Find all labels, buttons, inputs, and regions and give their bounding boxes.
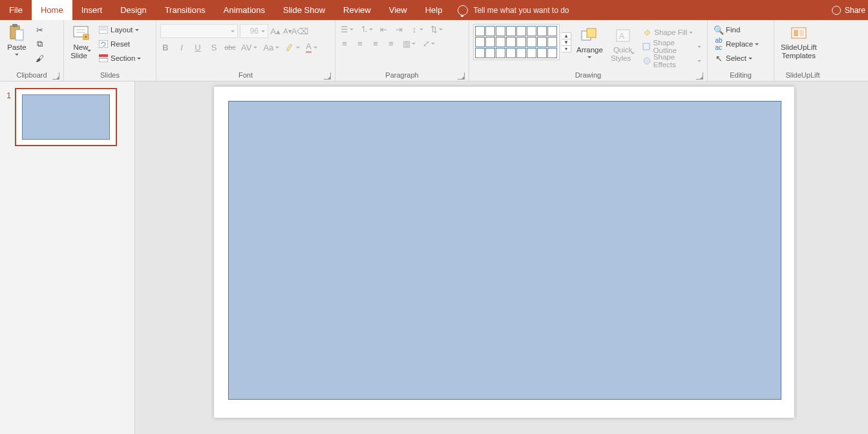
tell-me-search[interactable]: Tell me what you want to do [458, 0, 569, 20]
group-editing: 🔍 Find abac Replace ↖ Select Editing [708, 20, 774, 81]
increase-font-icon[interactable]: A▴ [270, 26, 281, 36]
group-font: 96 A▴ A▾ A⌫ B I U S abc AV Aa A [156, 20, 335, 81]
quick-styles-button[interactable]: A Quick Styles [608, 24, 637, 63]
clipboard-dialog-launcher[interactable] [52, 72, 59, 80]
slide-thumbnail-1[interactable] [15, 88, 117, 146]
tab-design[interactable]: Design [111, 0, 155, 20]
align-center-button[interactable]: ≡ [355, 38, 365, 49]
scroll-down-icon[interactable]: ▼ [562, 39, 571, 46]
svg-text:A: A [619, 32, 624, 41]
shape-fill-button[interactable]: Shape Fill [640, 25, 703, 39]
shape-effects-label: Shape Effects [653, 53, 695, 69]
highlight-button[interactable] [285, 42, 300, 52]
bold-button[interactable]: B [160, 42, 171, 52]
strike-button[interactable]: abc [225, 42, 235, 52]
font-name-combo[interactable] [160, 24, 238, 38]
slideuplift-button[interactable]: SlideUpLift Templates [778, 21, 820, 61]
underline-button[interactable]: U [193, 42, 203, 52]
text-direction-button[interactable]: ⇅ [429, 24, 439, 34]
decrease-indent-button[interactable]: ⇤ [378, 24, 388, 34]
select-button[interactable]: ↖ Select [712, 51, 761, 65]
shadow-button[interactable]: S [209, 42, 219, 52]
group-slides-label: Slides [100, 71, 120, 79]
tab-help[interactable]: Help [416, 0, 452, 20]
align-right-button[interactable]: ≡ [370, 38, 381, 49]
numbering-button[interactable]: ⒈ [359, 24, 369, 34]
cut-icon: ✂ [34, 25, 45, 35]
clear-format-icon[interactable]: A⌫ [295, 26, 305, 36]
tab-transitions[interactable]: Transitions [156, 0, 215, 20]
reset-icon [98, 39, 109, 49]
svg-point-20 [644, 58, 650, 64]
tab-home[interactable]: Home [32, 0, 72, 20]
replace-button[interactable]: abac Replace [712, 37, 761, 51]
svg-rect-13 [99, 54, 108, 57]
svg-rect-23 [799, 30, 804, 36]
justify-button[interactable]: ≡ [386, 38, 396, 49]
copy-button[interactable]: ⧉ [32, 37, 47, 51]
font-size-combo[interactable]: 96 [240, 24, 268, 38]
shapes-gallery[interactable] [473, 24, 560, 60]
caret-icon [697, 60, 701, 64]
quick-styles-icon: A [613, 25, 633, 46]
format-painter-button[interactable]: 🖌 [32, 51, 47, 65]
arrange-icon [579, 25, 600, 46]
svg-rect-19 [643, 43, 650, 50]
shape-effects-icon [642, 56, 651, 66]
increase-indent-button[interactable]: ⇥ [394, 24, 404, 34]
group-slides: New Slide Layout Reset Section [64, 20, 156, 81]
group-editing-label: Editing [730, 71, 752, 79]
cut-button[interactable]: ✂ [32, 23, 47, 37]
shape-fill-label: Shape Fill [654, 28, 687, 36]
tab-view[interactable]: View [380, 0, 416, 20]
caret-icon [431, 43, 435, 47]
group-slideuplift-label: SlideUpLift [785, 71, 820, 79]
align-text-button[interactable]: ⤢ [421, 38, 431, 49]
svg-rect-14 [99, 58, 108, 62]
section-button[interactable]: Section [96, 51, 143, 65]
char-spacing-button[interactable]: AV [241, 42, 257, 52]
columns-button[interactable]: ▥ [401, 38, 412, 49]
slide-background-shape[interactable] [228, 101, 781, 400]
share-icon [832, 6, 841, 15]
tab-slideshow[interactable]: Slide Show [274, 0, 334, 20]
scroll-up-icon[interactable]: ▲ [562, 33, 571, 39]
paste-button[interactable]: Paste [4, 21, 30, 59]
caret-icon [369, 28, 373, 32]
tab-insert[interactable]: Insert [72, 0, 112, 20]
shape-outline-label: Shape Outline [653, 39, 695, 54]
arrange-button[interactable]: Arrange [574, 24, 606, 61]
share-button[interactable]: Share [832, 0, 868, 20]
paragraph-dialog-launcher[interactable] [458, 72, 465, 80]
tab-animations[interactable]: Animations [215, 0, 274, 20]
reset-button[interactable]: Reset [96, 37, 143, 51]
slide-editor[interactable] [135, 81, 868, 434]
caret-icon [313, 47, 317, 50]
shape-outline-button[interactable]: Shape Outline [640, 39, 703, 54]
ribbon: Paste ✂ ⧉ 🖌 Clipboard New Slide [0, 20, 868, 81]
line-spacing-button[interactable]: ↕ [409, 24, 419, 34]
tab-review[interactable]: Review [334, 0, 380, 20]
bullets-button[interactable]: ☰ [339, 24, 350, 34]
shape-effects-button[interactable]: Shape Effects [640, 54, 703, 68]
find-button[interactable]: 🔍 Find [712, 23, 761, 37]
italic-button[interactable]: I [176, 42, 187, 52]
group-drawing: ▲ ▼ ▾ Arrange A Quick Styles [469, 20, 708, 81]
drawing-dialog-launcher[interactable] [696, 72, 703, 80]
shapes-gallery-more[interactable]: ▲ ▼ ▾ [562, 32, 571, 52]
svg-rect-2 [16, 30, 23, 40]
arrange-label: Arrange [577, 46, 603, 54]
font-dialog-launcher[interactable] [324, 72, 331, 80]
expand-icon[interactable]: ▾ [562, 46, 571, 52]
tab-file[interactable]: File [0, 0, 32, 20]
align-left-button[interactable]: ≡ [339, 38, 350, 49]
slideuplift-icon [789, 23, 809, 43]
find-label: Find [726, 26, 740, 34]
layout-button[interactable]: Layout [96, 23, 143, 37]
font-color-button[interactable]: A [306, 42, 317, 52]
caret-icon [253, 47, 257, 50]
group-font-label: Font [238, 71, 253, 79]
new-slide-button[interactable]: New Slide [68, 21, 94, 61]
paste-label: Paste [7, 43, 26, 52]
change-case-button[interactable]: Aa [263, 42, 279, 52]
